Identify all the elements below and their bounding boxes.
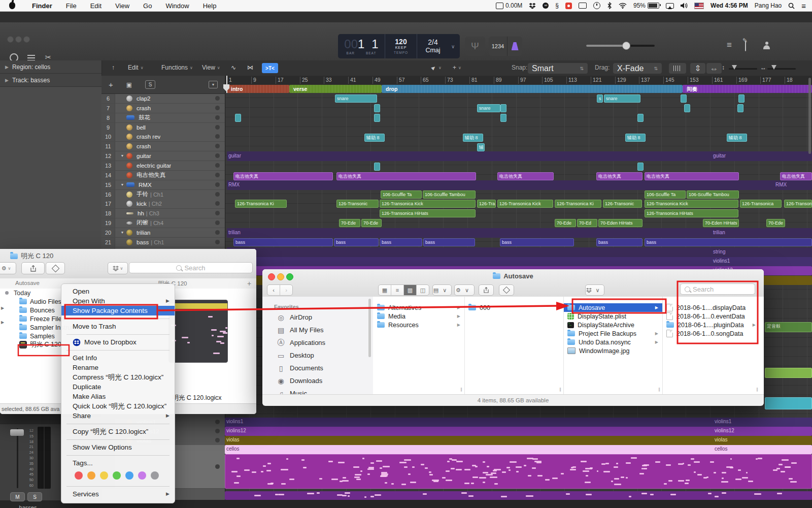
region[interactable]: 126-Tra (477, 200, 496, 208)
region[interactable]: 70-Ede (361, 219, 382, 227)
snap-dropdown[interactable]: Smart⇅ (528, 63, 588, 74)
region[interactable] (374, 104, 380, 112)
vzoom-slider-thumb[interactable] (732, 65, 737, 70)
region[interactable]: 70-Ede (766, 219, 785, 227)
mute-dot-icon[interactable] (215, 134, 220, 139)
region[interactable] (500, 114, 506, 122)
region[interactable]: 106-Scuffle Ta (381, 190, 422, 199)
region[interactable]: bass (380, 238, 422, 246)
track-row[interactable]: 16 手铃 | Ch1 (101, 190, 225, 200)
disclosure-triangle-icon[interactable]: ▼ (118, 154, 126, 157)
waveform-zoom-button[interactable] (669, 63, 686, 74)
menu-item[interactable]: Services▶ (61, 489, 175, 499)
list-view-button[interactable]: ≡ (391, 285, 404, 295)
list-item[interactable]: 2018-06-1...0.songData (662, 329, 760, 338)
list-item[interactable]: DisplayState.plist (563, 312, 662, 321)
menu-item[interactable]: Make Alias (61, 392, 175, 401)
column-resize-handle[interactable]: ∥ (756, 387, 758, 392)
icon-view-button[interactable]: ▦ (379, 285, 391, 295)
arrangement-marker[interactable]: intro (227, 85, 289, 93)
track-options-icon[interactable]: ▾ (209, 81, 218, 88)
track-row[interactable]: 11 crash (101, 142, 225, 151)
duplicate-track-icon[interactable]: ▣ (126, 81, 132, 88)
cpu-meter[interactable]: 0.00M (496, 2, 522, 9)
region[interactable]: 126-Transonica HiHats (380, 209, 476, 217)
track-row[interactable]: 17 kick | Ch2 (101, 199, 225, 209)
region[interactable]: 126-Transonic (336, 200, 379, 208)
region[interactable]: 辅 (477, 143, 485, 151)
region[interactable] (765, 368, 812, 378)
creative-cloud-icon[interactable]: ∞ (543, 3, 549, 9)
region[interactable]: 126-Transonica Ki (235, 200, 287, 208)
mute-dot-icon[interactable] (215, 220, 220, 225)
region[interactable] (225, 491, 812, 500)
region[interactable] (500, 104, 506, 112)
region[interactable]: 126-Transonic (603, 200, 642, 208)
lcd-display[interactable]: 0011 BARBEAT 120 KEEP TEMPO 2/4 Cmaj ∨ (338, 34, 460, 58)
menu-item[interactable]: Window (165, 2, 189, 10)
column-resize-handle[interactable]: ∥ (559, 387, 561, 392)
menu-item[interactable]: Move to Trash (61, 322, 175, 331)
tag-color-icon[interactable] (87, 471, 95, 480)
region-inspector-header[interactable]: ▶Region: cellos (0, 60, 101, 74)
region[interactable]: 70-Eden HiHats (598, 219, 642, 227)
menu-item[interactable]: Edit (90, 2, 101, 10)
mute-dot-icon[interactable] (215, 192, 220, 197)
region[interactable]: 106-Scuffle Tambou (687, 190, 739, 199)
region[interactable]: 106-Scuffle Tambou (423, 190, 476, 199)
menu-item[interactable]: Open With▶ (61, 296, 175, 306)
list-item[interactable]: Resources ▶ (373, 321, 464, 329)
crossfade-icon[interactable]: ⋈ (247, 64, 253, 71)
region[interactable]: violins1 violins1 (227, 257, 812, 266)
mute-dot-icon[interactable] (215, 464, 220, 469)
mute-dot-icon[interactable] (215, 96, 220, 101)
drag-dropdown[interactable]: X-Fade⇅ (613, 63, 662, 74)
region[interactable]: 70-Ede (339, 219, 360, 227)
sidebar-item[interactable]: All My Files (262, 324, 373, 336)
share-button[interactable] (21, 262, 45, 274)
mute-dot-icon[interactable] (215, 163, 220, 168)
region[interactable] (637, 114, 644, 122)
track-row[interactable]: 18 hh | Ch3 (101, 209, 225, 218)
region[interactable]: cellos cellos (225, 445, 812, 454)
region[interactable]: 电吉他失真 (780, 172, 812, 180)
menu-bar-clock[interactable]: Wed 4:56 PM (710, 2, 748, 9)
region[interactable]: 电吉他失真 (596, 172, 642, 180)
region[interactable]: RMX RMX (227, 180, 812, 190)
recording-status-icon[interactable] (565, 3, 572, 9)
back-button[interactable]: ‹ (267, 285, 280, 295)
action-gear-button[interactable]: ⚙∨ (0, 262, 16, 274)
menu-item[interactable]: Copy “明光 C 120.logicx” (61, 427, 175, 436)
section-status-icon[interactable]: § (555, 2, 559, 9)
track-row[interactable]: 9 bell (101, 123, 225, 133)
region[interactable]: 电吉他失真 (336, 172, 476, 180)
menu-item[interactable]: Duplicate (61, 382, 175, 392)
region[interactable]: guitar guitar (227, 151, 812, 161)
track-row[interactable]: 13 electric guitar (101, 161, 225, 171)
hzoom-slider-thumb[interactable] (771, 65, 776, 70)
region[interactable] (681, 94, 687, 103)
menu-item[interactable]: Move to Dropbox (61, 337, 175, 347)
list-item[interactable]: Media ▶ (373, 312, 464, 321)
spotlight-search-icon[interactable] (788, 3, 795, 9)
mute-dot-icon[interactable] (215, 240, 220, 244)
track-row[interactable]: 10 crash rev (101, 132, 225, 142)
dropbox-icon[interactable] (529, 3, 536, 9)
mute-button[interactable]: M (10, 492, 25, 501)
region[interactable]: 辅助 8 (727, 134, 747, 142)
mute-dot-icon[interactable] (215, 429, 220, 433)
mute-dot-icon[interactable] (215, 153, 220, 158)
mute-dot-icon[interactable] (215, 201, 220, 206)
mute-dot-icon[interactable] (215, 106, 220, 110)
list-item[interactable]: Undo Data.nosync ▶ (563, 338, 662, 346)
region[interactable]: violins12 violins12 (225, 427, 812, 436)
scroll-arrow-icon[interactable]: ▶ (1, 320, 4, 325)
arrangement-marker[interactable]: drop (382, 85, 683, 93)
column-header-autosave[interactable]: Autosave (15, 280, 40, 286)
region[interactable] (225, 454, 812, 489)
dropbox-menu-button[interactable]: ∨ (108, 262, 128, 274)
arrangement-marker[interactable]: verse (289, 85, 382, 93)
list-item[interactable]: DisplayStateArchive (563, 321, 662, 329)
track-inspector-header[interactable]: ▶Track: basses (0, 74, 101, 87)
column-divider[interactable] (464, 297, 465, 394)
